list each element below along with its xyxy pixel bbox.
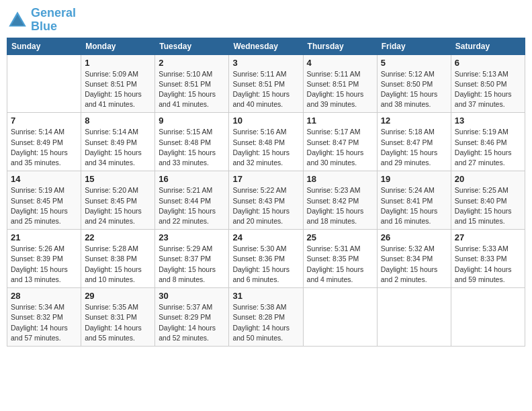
day-number: 21 [11,232,77,242]
calendar-cell: 9Sunrise: 5:15 AMSunset: 8:48 PMDaylight… [155,113,229,171]
day-info: Sunrise: 5:26 AMSunset: 8:39 PMDaylight:… [11,244,77,285]
day-number: 14 [11,174,77,184]
calendar-cell: 18Sunrise: 5:23 AMSunset: 8:42 PMDayligh… [303,171,377,230]
calendar-cell: 7Sunrise: 5:14 AMSunset: 8:49 PMDaylight… [7,113,81,171]
day-number: 9 [159,116,225,126]
calendar-cell [303,288,377,347]
day-info: Sunrise: 5:29 AMSunset: 8:37 PMDaylight:… [159,244,225,285]
day-number: 6 [455,58,521,68]
day-number: 2 [159,58,225,68]
day-number: 4 [307,58,373,68]
calendar-cell: 25Sunrise: 5:31 AMSunset: 8:35 PMDayligh… [303,230,377,288]
day-number: 23 [159,232,225,242]
calendar-cell: 12Sunrise: 5:18 AMSunset: 8:47 PMDayligh… [377,113,451,171]
day-info: Sunrise: 5:13 AMSunset: 8:50 PMDaylight:… [455,69,521,110]
day-number: 31 [232,291,299,301]
day-number: 22 [85,232,151,242]
calendar-table: SundayMondayTuesdayWednesdayThursdayFrid… [7,38,525,347]
day-number: 28 [11,291,77,301]
day-info: Sunrise: 5:21 AMSunset: 8:44 PMDaylight:… [159,185,225,226]
day-number: 3 [232,58,299,68]
calendar-cell: 2Sunrise: 5:10 AMSunset: 8:51 PMDaylight… [155,54,229,113]
col-header-monday: Monday [81,38,155,54]
calendar-cell: 21Sunrise: 5:26 AMSunset: 8:39 PMDayligh… [7,230,81,288]
day-info: Sunrise: 5:10 AMSunset: 8:51 PMDaylight:… [159,69,225,110]
day-number: 26 [381,232,447,242]
day-info: Sunrise: 5:16 AMSunset: 8:48 PMDaylight:… [232,127,299,168]
day-info: Sunrise: 5:25 AMSunset: 8:40 PMDaylight:… [455,185,521,226]
col-header-friday: Friday [377,38,451,54]
calendar-cell: 30Sunrise: 5:37 AMSunset: 8:29 PMDayligh… [155,288,229,347]
day-info: Sunrise: 5:15 AMSunset: 8:48 PMDaylight:… [159,127,225,168]
day-info: Sunrise: 5:23 AMSunset: 8:42 PMDaylight:… [307,185,373,226]
day-number: 19 [381,174,447,184]
day-info: Sunrise: 5:18 AMSunset: 8:47 PMDaylight:… [381,127,447,168]
day-number: 17 [232,174,299,184]
day-number: 8 [85,116,151,126]
day-info: Sunrise: 5:37 AMSunset: 8:29 PMDaylight:… [159,302,225,343]
col-header-saturday: Saturday [451,38,525,54]
day-info: Sunrise: 5:11 AMSunset: 8:51 PMDaylight:… [232,69,299,110]
day-info: Sunrise: 5:14 AMSunset: 8:49 PMDaylight:… [11,127,77,168]
day-info: Sunrise: 5:31 AMSunset: 8:35 PMDaylight:… [307,244,373,285]
calendar-cell: 5Sunrise: 5:12 AMSunset: 8:50 PMDaylight… [377,54,451,113]
day-number: 5 [381,58,447,68]
calendar-cell: 16Sunrise: 5:21 AMSunset: 8:44 PMDayligh… [155,171,229,230]
calendar-cell: 1Sunrise: 5:09 AMSunset: 8:51 PMDaylight… [81,54,155,113]
day-info: Sunrise: 5:33 AMSunset: 8:33 PMDaylight:… [455,244,521,285]
calendar-cell: 10Sunrise: 5:16 AMSunset: 8:48 PMDayligh… [229,113,303,171]
day-info: Sunrise: 5:30 AMSunset: 8:36 PMDaylight:… [232,244,299,285]
day-info: Sunrise: 5:09 AMSunset: 8:51 PMDaylight:… [85,69,151,110]
day-info: Sunrise: 5:19 AMSunset: 8:46 PMDaylight:… [455,127,521,168]
calendar-cell: 19Sunrise: 5:24 AMSunset: 8:41 PMDayligh… [377,171,451,230]
calendar-cell: 27Sunrise: 5:33 AMSunset: 8:33 PMDayligh… [451,230,525,288]
day-info: Sunrise: 5:28 AMSunset: 8:38 PMDaylight:… [85,244,151,285]
calendar-cell: 11Sunrise: 5:17 AMSunset: 8:47 PMDayligh… [303,113,377,171]
day-number: 13 [455,116,521,126]
day-number: 29 [85,291,151,301]
logo-icon [7,9,28,31]
day-number: 12 [381,116,447,126]
day-info: Sunrise: 5:19 AMSunset: 8:45 PMDaylight:… [11,185,77,226]
calendar-cell: 28Sunrise: 5:34 AMSunset: 8:32 PMDayligh… [7,288,81,347]
page-header: General Blue [7,7,525,34]
calendar-cell [377,288,451,347]
day-number: 11 [307,116,373,126]
calendar-cell [451,288,525,347]
calendar-cell: 4Sunrise: 5:11 AMSunset: 8:51 PMDaylight… [303,54,377,113]
day-number: 10 [232,116,299,126]
calendar-cell: 8Sunrise: 5:14 AMSunset: 8:49 PMDaylight… [81,113,155,171]
calendar-cell: 23Sunrise: 5:29 AMSunset: 8:37 PMDayligh… [155,230,229,288]
day-number: 18 [307,174,373,184]
day-number: 20 [455,174,521,184]
calendar-cell: 6Sunrise: 5:13 AMSunset: 8:50 PMDaylight… [451,54,525,113]
day-info: Sunrise: 5:38 AMSunset: 8:28 PMDaylight:… [232,302,299,343]
logo-text: General Blue [31,7,76,34]
day-info: Sunrise: 5:20 AMSunset: 8:45 PMDaylight:… [85,185,151,226]
day-number: 1 [85,58,151,68]
calendar-cell: 17Sunrise: 5:22 AMSunset: 8:43 PMDayligh… [229,171,303,230]
calendar-cell: 13Sunrise: 5:19 AMSunset: 8:46 PMDayligh… [451,113,525,171]
col-header-sunday: Sunday [7,38,81,54]
col-header-thursday: Thursday [303,38,377,54]
day-number: 25 [307,232,373,242]
day-number: 30 [159,291,225,301]
day-info: Sunrise: 5:35 AMSunset: 8:31 PMDaylight:… [85,302,151,343]
day-number: 7 [11,116,77,126]
col-header-wednesday: Wednesday [229,38,303,54]
day-info: Sunrise: 5:34 AMSunset: 8:32 PMDaylight:… [11,302,77,343]
calendar-cell: 20Sunrise: 5:25 AMSunset: 8:40 PMDayligh… [451,171,525,230]
calendar-cell: 24Sunrise: 5:30 AMSunset: 8:36 PMDayligh… [229,230,303,288]
day-number: 16 [159,174,225,184]
day-info: Sunrise: 5:11 AMSunset: 8:51 PMDaylight:… [307,69,373,110]
calendar-cell: 31Sunrise: 5:38 AMSunset: 8:28 PMDayligh… [229,288,303,347]
day-info: Sunrise: 5:12 AMSunset: 8:50 PMDaylight:… [381,69,447,110]
calendar-cell: 29Sunrise: 5:35 AMSunset: 8:31 PMDayligh… [81,288,155,347]
calendar-cell: 26Sunrise: 5:32 AMSunset: 8:34 PMDayligh… [377,230,451,288]
day-number: 15 [85,174,151,184]
logo: General Blue [7,7,76,34]
calendar-cell: 14Sunrise: 5:19 AMSunset: 8:45 PMDayligh… [7,171,81,230]
day-info: Sunrise: 5:14 AMSunset: 8:49 PMDaylight:… [85,127,151,168]
calendar-cell: 22Sunrise: 5:28 AMSunset: 8:38 PMDayligh… [81,230,155,288]
day-number: 27 [455,232,521,242]
